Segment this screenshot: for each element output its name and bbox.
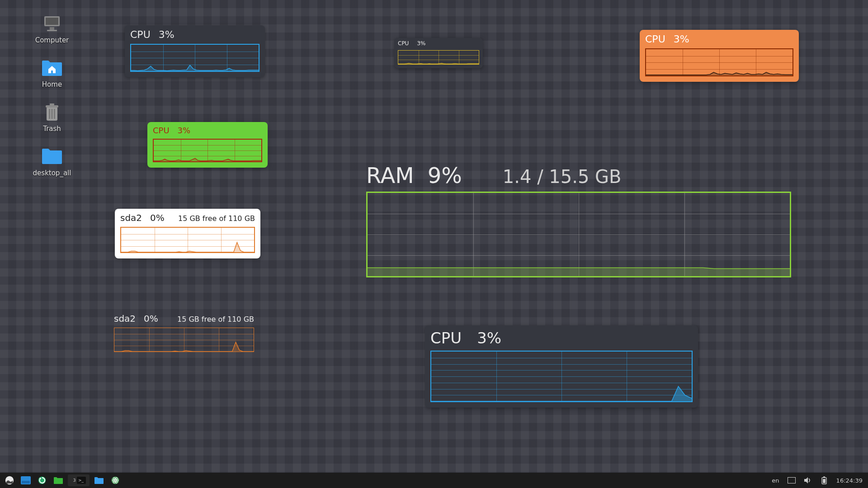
svg-rect-12 — [22, 481, 30, 483]
cpu-widget-green[interactable]: CPU 3% — [147, 122, 268, 168]
workspace-switcher[interactable] — [785, 474, 798, 486]
cpu-widget-yellow[interactable]: CPU 3% — [394, 38, 483, 68]
clock[interactable]: 16:24:39 — [834, 477, 865, 484]
disk-widget-dark[interactable]: sda2 0% 15 GB free of 110 GB — [114, 313, 254, 352]
svg-rect-6 — [50, 103, 54, 105]
svg-rect-5 — [46, 105, 58, 108]
svg-text:>_: >_ — [78, 478, 84, 483]
taskbar: 3 >_ en 16:24:39 — [0, 473, 868, 488]
battery-icon[interactable] — [817, 474, 831, 486]
svg-rect-21 — [788, 478, 795, 483]
ram-chart — [366, 192, 791, 277]
svg-rect-1 — [46, 18, 58, 25]
desktop-icon-trash[interactable]: Trash — [25, 102, 79, 133]
desktop-icon-computer[interactable]: Computer — [25, 14, 79, 44]
taskbar-app-files[interactable] — [52, 474, 65, 486]
taskbar-app-atom[interactable] — [108, 474, 122, 486]
svg-rect-24 — [823, 479, 826, 483]
widget-title: sda2 — [120, 212, 142, 223]
widget-value: 3% — [674, 33, 689, 45]
svg-rect-8 — [52, 109, 53, 119]
disk-chart — [120, 227, 255, 253]
taskbar-app-files-2[interactable] — [92, 474, 106, 486]
computer-icon — [40, 14, 64, 33]
svg-rect-23 — [823, 477, 825, 478]
widget-value: 0% — [144, 313, 158, 324]
taskbar-right: en 16:24:39 — [769, 474, 865, 486]
disk-widget-white[interactable]: sda2 0% 15 GB free of 110 GB — [115, 209, 260, 258]
cpu-chart — [398, 50, 479, 65]
disk-chart — [114, 328, 254, 352]
volume-icon[interactable] — [801, 474, 815, 486]
widget-value: 3% — [477, 329, 501, 347]
widget-value: 3% — [178, 126, 191, 135]
widget-detail: 15 GB free of 110 GB — [177, 315, 254, 324]
widget-value: 0% — [150, 212, 165, 223]
desktop-icon-home[interactable]: Home — [25, 58, 79, 89]
widget-title: CPU — [398, 40, 409, 47]
terminal-badge: 3 — [73, 478, 76, 483]
trash-icon — [40, 102, 64, 122]
svg-rect-7 — [49, 109, 50, 119]
desktop-icon-label: desktop_all — [25, 169, 79, 177]
cpu-chart — [130, 44, 259, 72]
svg-rect-3 — [47, 30, 57, 31]
svg-point-20 — [115, 480, 116, 481]
widget-title: CPU — [130, 29, 151, 40]
widget-detail: 1.4 / 15.5 GB — [503, 166, 622, 187]
folder-icon — [40, 146, 64, 166]
keyboard-layout-indicator[interactable]: en — [769, 477, 782, 484]
widget-title: CPU — [153, 126, 170, 135]
widget-title: sda2 — [114, 313, 136, 324]
taskbar-app-reload[interactable] — [35, 474, 49, 486]
widget-title: RAM — [366, 163, 414, 188]
show-desktop-button[interactable] — [19, 474, 33, 486]
svg-rect-9 — [54, 109, 55, 119]
widget-title: CPU — [645, 33, 665, 45]
home-folder-icon — [40, 58, 64, 78]
cpu-chart — [430, 351, 693, 402]
desktop-icon-label: Home — [25, 80, 79, 89]
cpu-widget-orange[interactable]: CPU 3% — [640, 30, 799, 82]
cpu-chart — [153, 139, 262, 162]
desktop-icon-desktop-all[interactable]: desktop_all — [25, 146, 79, 177]
taskbar-app-terminal[interactable]: 3 >_ — [68, 474, 90, 486]
widget-detail: 15 GB free of 110 GB — [178, 214, 255, 223]
cpu-chart — [645, 48, 793, 76]
start-menu-button[interactable] — [3, 474, 16, 486]
widget-value: 3% — [159, 29, 175, 40]
cpu-widget-blue[interactable]: CPU 3% — [125, 25, 265, 77]
widget-value: 9% — [428, 163, 462, 188]
ram-widget[interactable]: RAM 9% 1.4 / 15.5 GB — [366, 163, 791, 277]
taskbar-left: 3 >_ — [3, 474, 122, 486]
widget-title: CPU — [430, 329, 462, 347]
cpu-widget-big-blue[interactable]: CPU 3% — [425, 325, 698, 408]
desktop-icon-label: Trash — [25, 125, 79, 133]
desktop-icon-label: Computer — [25, 36, 79, 44]
svg-rect-2 — [50, 27, 54, 30]
widget-value: 3% — [417, 40, 425, 47]
